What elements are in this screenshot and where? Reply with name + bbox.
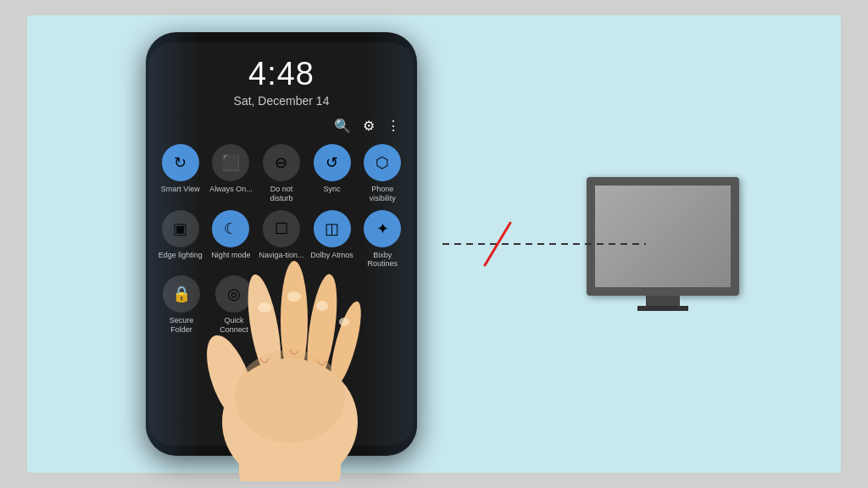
more-icon[interactable]: ⋮ (387, 118, 400, 134)
qs-tile-dnd[interactable]: ⊖ Do not disturb (259, 144, 304, 203)
svg-rect-8 (239, 447, 341, 481)
dnd-label: Do not disturb (259, 185, 304, 203)
always-on-label: Always On... (209, 185, 253, 194)
qs-tile-always-on[interactable]: ⬛ Always On... (209, 144, 254, 203)
svg-point-13 (339, 318, 349, 326)
qs-tile-smart-view[interactable]: ↻ Smart View (158, 144, 203, 203)
always-on-icon: ⬛ (212, 144, 249, 181)
svg-point-10 (258, 302, 271, 313)
date-display: Sat, December 14 (163, 94, 400, 108)
qs-tile-sync[interactable]: ↺ Sync (309, 144, 355, 203)
phone: 4:48 Sat, December 14 🔍 ⚙ ⋮ ↻ Smart Vie (146, 32, 417, 456)
qs-row-1: ↻ Smart View ⬛ Always On... ⊖ Do not dis… (158, 144, 405, 203)
connection-line (442, 219, 646, 269)
tv-base (637, 306, 688, 311)
scene: 4:48 Sat, December 14 🔍 ⚙ ⋮ ↻ Smart Vie (27, 15, 841, 473)
sync-icon: ↺ (314, 144, 351, 181)
smart-view-icon: ↻ (162, 144, 199, 181)
status-area: 4:48 Sat, December 14 (149, 42, 414, 114)
clock-display: 4:48 (163, 56, 400, 92)
svg-point-9 (235, 350, 345, 443)
dnd-icon: ⊖ (263, 144, 300, 181)
sync-label: Sync (324, 185, 341, 194)
svg-point-12 (316, 301, 328, 311)
hand-illustration (180, 227, 400, 481)
svg-point-11 (287, 291, 301, 302)
tv-stand (646, 296, 680, 306)
smart-view-label: Smart View (161, 185, 200, 194)
search-icon[interactable]: 🔍 (334, 118, 351, 134)
panel-header: 🔍 ⚙ ⋮ (149, 114, 414, 141)
settings-icon[interactable]: ⚙ (363, 118, 375, 134)
phone-visibility-label: Phone visibility (359, 185, 405, 203)
qs-tile-phone-visibility[interactable]: ⬡ Phone visibility (359, 144, 405, 203)
phone-visibility-icon: ⬡ (364, 144, 401, 181)
